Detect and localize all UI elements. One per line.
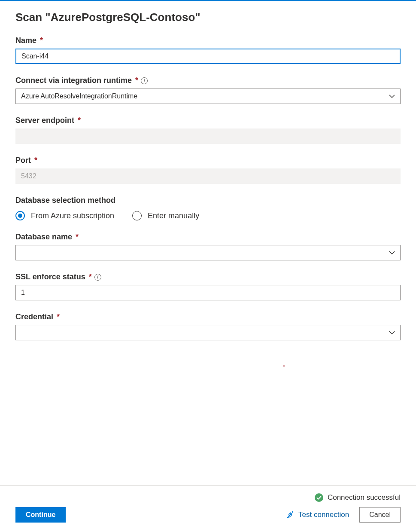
runtime-label: Connect via integration runtime * i xyxy=(15,76,401,85)
server-endpoint-label: Server endpoint * xyxy=(15,116,401,125)
ssl-label: SSL enforce status * i xyxy=(15,272,401,281)
required-asterisk: * xyxy=(89,272,92,281)
chevron-down-icon xyxy=(389,250,395,256)
required-asterisk: * xyxy=(76,232,79,242)
runtime-dropdown-value: Azure AutoResolveIntegrationRuntime xyxy=(21,92,137,100)
server-endpoint-label-text: Server endpoint xyxy=(15,116,74,125)
radio-enter-manually-label: Enter manually xyxy=(148,211,199,220)
connection-status-text: Connection successful xyxy=(328,493,401,502)
cancel-button[interactable]: Cancel xyxy=(359,507,401,523)
radio-circle-icon xyxy=(132,211,142,220)
server-endpoint-input xyxy=(15,128,401,144)
db-method-label-text: Database selection method xyxy=(15,196,115,205)
info-icon[interactable]: i xyxy=(141,77,148,84)
port-label: Port * xyxy=(15,156,401,165)
svg-point-0 xyxy=(315,493,323,502)
test-connection-button[interactable]: Test connection xyxy=(285,509,350,521)
db-name-label-text: Database name xyxy=(15,232,72,242)
test-connection-label: Test connection xyxy=(298,511,349,519)
port-label-text: Port xyxy=(15,156,31,165)
required-asterisk: * xyxy=(78,116,81,125)
page-title: Scan "AzurePostgreSQL-Contoso" xyxy=(15,11,401,24)
credential-dropdown[interactable] xyxy=(15,325,401,340)
check-circle-icon xyxy=(315,493,323,502)
ssl-label-text: SSL enforce status xyxy=(15,272,85,281)
runtime-label-text: Connect via integration runtime xyxy=(15,76,132,85)
plug-icon xyxy=(286,511,294,519)
radio-enter-manually[interactable]: Enter manually xyxy=(132,211,199,220)
port-input xyxy=(15,168,401,184)
required-asterisk: * xyxy=(57,312,60,321)
db-method-radio-group: From Azure subscription Enter manually xyxy=(15,211,401,220)
credential-label: Credential * xyxy=(15,312,401,321)
radio-circle-selected-icon xyxy=(15,211,25,220)
ssl-input[interactable] xyxy=(15,285,401,300)
name-label: Name * xyxy=(15,36,401,45)
chevron-down-icon xyxy=(389,93,395,99)
info-icon[interactable]: i xyxy=(94,274,101,281)
db-name-label: Database name * xyxy=(15,232,401,242)
stray-marker xyxy=(283,365,285,367)
required-asterisk: * xyxy=(34,156,37,165)
runtime-dropdown[interactable]: Azure AutoResolveIntegrationRuntime xyxy=(15,89,401,104)
name-label-text: Name xyxy=(15,36,36,45)
connection-status: Connection successful xyxy=(315,493,401,502)
name-input[interactable] xyxy=(15,49,401,64)
required-asterisk: * xyxy=(40,36,43,45)
db-method-label: Database selection method xyxy=(15,196,401,205)
credential-label-text: Credential xyxy=(15,312,53,321)
db-name-dropdown[interactable] xyxy=(15,245,401,260)
chevron-down-icon xyxy=(389,330,395,336)
radio-from-subscription-label: From Azure subscription xyxy=(31,211,114,220)
radio-from-subscription[interactable]: From Azure subscription xyxy=(15,211,114,220)
continue-button[interactable]: Continue xyxy=(15,507,66,523)
required-asterisk: * xyxy=(135,76,138,85)
